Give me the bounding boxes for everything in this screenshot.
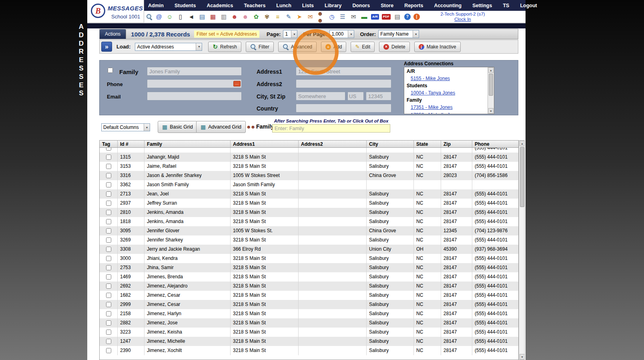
order-select[interactable]: Family Name ▼ xyxy=(378,30,419,38)
delete-button[interactable]: ×Delete xyxy=(379,42,410,52)
row-checkbox[interactable] xyxy=(106,173,111,178)
nav-item-lists[interactable]: Lists xyxy=(302,3,314,8)
column-header-city[interactable]: City xyxy=(367,141,414,147)
table-row[interactable]: 3362Jason Smith FamilyJason Smith Family xyxy=(100,180,518,189)
table-row[interactable]: 3316Jason & Jennifer Sharkey1005 W Stoke… xyxy=(100,171,518,180)
row-checkbox[interactable] xyxy=(106,155,111,160)
chat-smiley-icon[interactable]: ☺ xyxy=(166,13,174,21)
row-checkbox[interactable] xyxy=(106,228,111,233)
printer-icon[interactable]: ▤ xyxy=(393,13,401,21)
row-checkbox[interactable] xyxy=(106,148,111,151)
people-icon[interactable]: ☻☻ xyxy=(317,13,325,21)
fax-icon[interactable]: ▥ xyxy=(220,13,228,21)
pdf-icon[interactable]: PDF xyxy=(382,14,391,20)
scroll-up-icon[interactable]: ▲ xyxy=(488,67,494,73)
nav-item-library[interactable]: Library xyxy=(325,3,341,8)
row-checkbox[interactable] xyxy=(106,330,111,335)
email-input[interactable] xyxy=(147,92,242,101)
table-row[interactable]: 3223Jimenez, Keisha3218 S Main StSalisbu… xyxy=(100,328,518,337)
column-header-id[interactable]: Id # xyxy=(118,141,144,147)
calendar-icon[interactable]: ▦ xyxy=(209,13,217,21)
row-checkbox[interactable] xyxy=(106,302,111,307)
row-checkbox[interactable] xyxy=(106,201,111,206)
column-header-address2[interactable]: Address2 xyxy=(299,141,367,147)
row-checkbox[interactable] xyxy=(106,164,111,169)
table-scrollbar[interactable]: ▲ ▼ xyxy=(519,140,525,360)
table-row[interactable]: 2937Jeffrey Surran3218 S Main StSalisbur… xyxy=(100,199,518,208)
city-input[interactable] xyxy=(296,92,345,101)
row-checkbox[interactable] xyxy=(106,339,111,344)
family-search-input[interactable] xyxy=(147,67,242,76)
scroll-up-icon[interactable]: ▲ xyxy=(520,141,525,146)
lunch-icon[interactable]: ≡ xyxy=(274,13,282,21)
make-inactive-button[interactable]: |Make Inactive xyxy=(414,42,461,52)
help-icon[interactable]: ? xyxy=(404,14,411,20)
row-checkbox[interactable] xyxy=(106,293,111,298)
student-pink-icon[interactable]: ☻ xyxy=(241,13,249,21)
family-quick-search-input[interactable] xyxy=(272,124,390,133)
scroll-down-icon[interactable]: ▼ xyxy=(520,354,525,360)
table-row[interactable]: 2882Jimenez, Jose3218 S Main StSalisbury… xyxy=(100,318,518,328)
list-icon[interactable]: ☰ xyxy=(339,13,347,21)
page-select[interactable]: 1 ▼ xyxy=(283,30,297,38)
horn-icon[interactable]: ➤ xyxy=(295,13,303,21)
nav-item-lunch[interactable]: Lunch xyxy=(276,3,291,8)
envelope-icon[interactable]: ✉ xyxy=(349,13,357,21)
row-checkbox[interactable] xyxy=(106,320,111,326)
table-row[interactable]: 3153Jaime, Rafael3218 S Main StSalisbury… xyxy=(100,162,518,171)
payment-icon[interactable]: ▬ xyxy=(360,13,368,21)
speaker-icon[interactable]: ◄ xyxy=(187,13,195,21)
basic-grid-button[interactable]: ▦ Basic Grid xyxy=(158,121,197,133)
clock-in-link[interactable]: Clock In xyxy=(417,17,509,22)
column-header-phone[interactable]: Phone xyxy=(472,141,518,147)
expand-panel-button[interactable]: » xyxy=(101,42,112,52)
table-row[interactable]: 2158Jimenez, Harlyn3218 S Main StSalisbu… xyxy=(100,309,518,318)
address1-input[interactable] xyxy=(296,67,391,76)
paw-icon[interactable]: ✾ xyxy=(263,13,271,21)
advanced-button[interactable]: Advanced xyxy=(278,42,317,52)
row-checkbox[interactable] xyxy=(106,284,111,289)
columns-select[interactable]: Default Columns ▼ xyxy=(101,123,150,131)
nav-item-teachers[interactable]: Teachers xyxy=(244,3,265,8)
tech-support-link[interactable]: 2-Tech Support-2 (s7) xyxy=(417,12,509,17)
connection-link[interactable]: 17352 - Michelle Jones xyxy=(411,111,486,114)
table-row[interactable]: 3269Jennifer Sharkey3218 S Main StSalisb… xyxy=(100,235,518,245)
advanced-grid-button[interactable]: ▦ Advanced Grid xyxy=(196,121,246,133)
table-row[interactable]: 2753Jhina, Samir3218 S Main StSalisburyN… xyxy=(100,263,518,272)
add-button[interactable]: +Add xyxy=(321,42,346,52)
row-checkbox[interactable] xyxy=(106,210,111,215)
address2-input[interactable] xyxy=(296,79,391,88)
table-row[interactable]: 2713Jean, Joel3218 S Main StSalisburyNC2… xyxy=(100,189,518,199)
column-header-tag[interactable]: Tag xyxy=(100,141,118,147)
nav-item-accounting[interactable]: Accounting xyxy=(434,3,461,8)
table-row[interactable]: 1315Jahangir, Majid3218 S Main StSalisbu… xyxy=(100,153,518,162)
nav-item-students[interactable]: Students xyxy=(175,3,196,8)
connection-link[interactable]: 5155 - Mike Jones xyxy=(411,75,486,82)
report-icon[interactable]: ▤ xyxy=(198,13,206,21)
phone-lookup-button[interactable]: … xyxy=(233,81,241,86)
column-header-zip[interactable]: Zip xyxy=(441,141,472,147)
filter-button[interactable]: Filter xyxy=(246,42,274,52)
mobile-phone-icon[interactable]: ▯ xyxy=(177,13,185,21)
at-email-icon[interactable]: @ xyxy=(155,13,163,21)
phone-input[interactable] xyxy=(147,79,242,88)
clock-blue-icon[interactable]: ◷ xyxy=(328,13,336,21)
row-checkbox[interactable] xyxy=(106,311,111,316)
table-row[interactable]: 2999Jimenez, Cesar3218 S Main StSalisbur… xyxy=(100,300,518,309)
scroll-down-icon[interactable]: ▼ xyxy=(488,108,494,114)
row-checkbox[interactable] xyxy=(106,247,111,252)
nav-item-logout[interactable]: Logout xyxy=(520,3,537,8)
connections-scrollbar[interactable]: ▲ ▼ xyxy=(488,67,494,114)
row-checkbox[interactable] xyxy=(106,348,111,353)
row-checkbox[interactable] xyxy=(106,182,111,187)
nav-item-admin[interactable]: Admin xyxy=(148,3,164,8)
country-input[interactable] xyxy=(296,104,391,113)
actions-menu-button[interactable]: Actions xyxy=(100,29,126,39)
row-checkbox[interactable] xyxy=(106,219,111,224)
table-row[interactable]: 3095Jennifer Glover1005 W Stokes St.Chin… xyxy=(100,226,518,235)
table-row[interactable]: 3308Jerry and Jackie Reagan366 Elroy RdU… xyxy=(100,245,518,254)
table-row[interactable]: 1247Jimenez, Michelle3218 S Main StSalis… xyxy=(100,337,518,346)
table-row[interactable]: 1818Jenkins, Amanda3218 S Main StSalisbu… xyxy=(100,217,518,226)
edit-button[interactable]: ✎Edit xyxy=(351,42,375,52)
table-row[interactable]: 1469Jimenes, Brenda3218 S Main StSalisbu… xyxy=(100,272,518,282)
